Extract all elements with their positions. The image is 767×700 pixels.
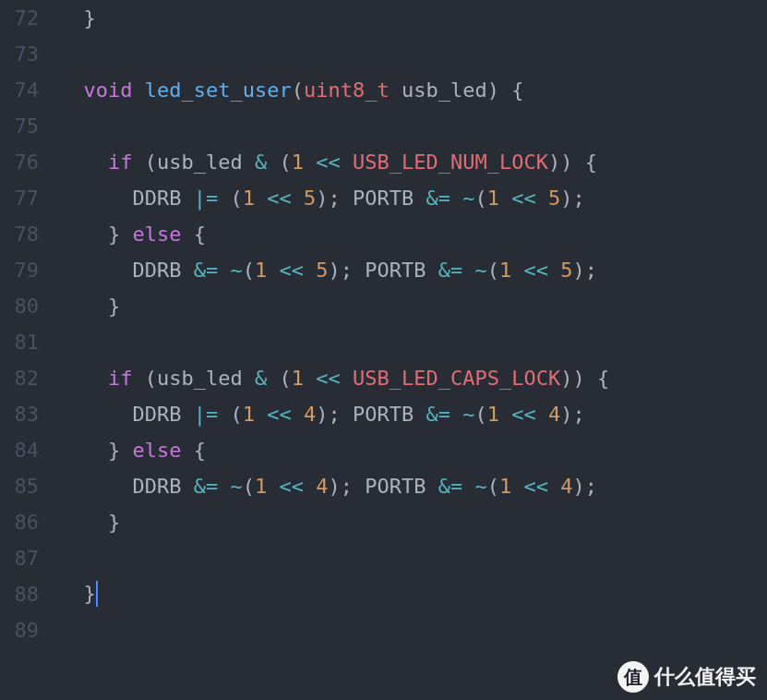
line-number: 84 <box>0 439 59 462</box>
line-number: 82 <box>0 367 59 390</box>
code-line[interactable]: 89 <box>0 612 767 648</box>
line-number: 85 <box>0 475 59 498</box>
code-content[interactable]: } <box>59 511 767 534</box>
code-content[interactable]: if (usb_led & (1 << USB_LED_NUM_LOCK)) { <box>59 151 767 174</box>
line-number: 75 <box>0 115 59 138</box>
line-number: 89 <box>0 619 59 642</box>
code-line[interactable]: 87 <box>0 540 767 576</box>
code-line[interactable]: 82 if (usb_led & (1 << USB_LED_CAPS_LOCK… <box>0 360 767 396</box>
code-line[interactable]: 88 } <box>0 576 767 612</box>
line-number: 77 <box>0 187 59 210</box>
code-content[interactable]: void led_set_user(uint8_t usb_led) { <box>59 78 767 102</box>
code-line[interactable]: 76 if (usb_led & (1 << USB_LED_NUM_LOCK)… <box>0 144 767 180</box>
text-cursor <box>96 581 98 607</box>
line-number: 86 <box>0 511 59 534</box>
line-number: 88 <box>0 583 59 606</box>
code-content[interactable]: DDRB &= ~(1 << 5); PORTB &= ~(1 << 5); <box>59 259 767 282</box>
line-number: 79 <box>0 259 59 282</box>
code-line[interactable]: 74 void led_set_user(uint8_t usb_led) { <box>0 72 767 108</box>
line-number: 74 <box>0 78 59 102</box>
line-number: 76 <box>0 151 59 174</box>
code-line[interactable]: 73 <box>0 36 767 72</box>
line-number: 83 <box>0 403 59 426</box>
code-content[interactable]: } else { <box>59 439 767 462</box>
code-content[interactable]: DDRB &= ~(1 << 4); PORTB &= ~(1 << 4); <box>59 475 767 498</box>
code-line[interactable]: 86 } <box>0 504 767 540</box>
code-line[interactable]: 85 DDRB &= ~(1 << 4); PORTB &= ~(1 << 4)… <box>0 468 767 504</box>
code-line[interactable]: 81 <box>0 324 767 360</box>
line-number: 87 <box>0 547 59 570</box>
code-content[interactable]: DDRB |= (1 << 4); PORTB &= ~(1 << 4); <box>59 403 767 426</box>
code-content[interactable]: DDRB |= (1 << 5); PORTB &= ~(1 << 5); <box>59 187 767 210</box>
code-line[interactable]: 77 DDRB |= (1 << 5); PORTB &= ~(1 << 5); <box>0 180 767 216</box>
watermark: 值 什么值得买 <box>617 661 756 693</box>
line-number: 81 <box>0 331 59 354</box>
code-line[interactable]: 78 } else { <box>0 216 767 252</box>
line-number: 78 <box>0 223 59 246</box>
code-line[interactable]: 80 } <box>0 288 767 324</box>
watermark-text: 什么值得买 <box>654 663 756 691</box>
code-content[interactable]: } else { <box>59 223 767 246</box>
code-line[interactable]: 84 } else { <box>0 432 767 468</box>
code-line[interactable]: 75 <box>0 108 767 144</box>
code-content[interactable]: } <box>59 582 767 608</box>
code-content[interactable]: } <box>59 295 767 318</box>
code-editor[interactable]: 72 } 73 74 void led_set_user(uint8_t usb… <box>0 0 767 648</box>
line-number: 72 <box>0 6 59 30</box>
code-line[interactable]: 72 } <box>0 0 767 36</box>
code-content[interactable]: } <box>59 6 767 30</box>
line-number: 80 <box>0 295 59 318</box>
watermark-badge-icon: 值 <box>617 661 649 693</box>
code-line[interactable]: 79 DDRB &= ~(1 << 5); PORTB &= ~(1 << 5)… <box>0 252 767 288</box>
code-content[interactable]: if (usb_led & (1 << USB_LED_CAPS_LOCK)) … <box>59 367 767 390</box>
line-number: 73 <box>0 42 59 66</box>
code-line[interactable]: 83 DDRB |= (1 << 4); PORTB &= ~(1 << 4); <box>0 396 767 432</box>
